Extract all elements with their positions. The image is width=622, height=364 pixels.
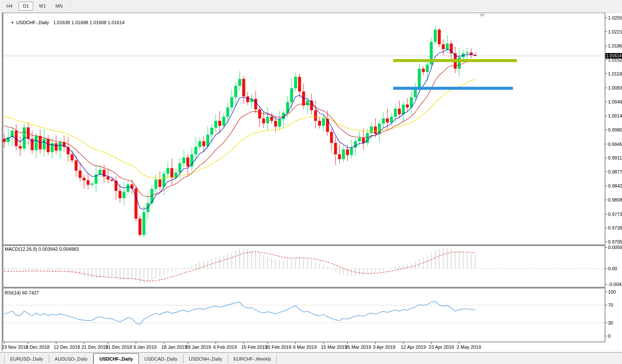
- svg-text:-0.004243: -0.004243: [608, 282, 622, 287]
- horizontal-line-olive[interactable]: [393, 59, 517, 62]
- macd-name: MACD(12,26,9): [5, 246, 37, 252]
- svg-text:3 Apr 2019: 3 Apr 2019: [373, 344, 395, 350]
- tab-usdcnh-daily[interactable]: USDCNH-,Daily: [183, 355, 228, 363]
- svg-text:2 May 2019: 2 May 2019: [457, 344, 481, 350]
- current-price-tag: 1.01614: [605, 53, 622, 59]
- svg-text:1.01860: 1.01860: [608, 43, 622, 48]
- svg-text:100: 100: [608, 289, 616, 294]
- rsi-name: RSI(14): [5, 290, 21, 295]
- svg-text:1.02210: 1.02210: [608, 29, 622, 34]
- svg-text:15 Mar 2019: 15 Mar 2019: [321, 344, 347, 350]
- svg-text:6 Feb 2019: 6 Feb 2019: [213, 344, 237, 350]
- svg-text:21 Dec 2018: 21 Dec 2018: [82, 344, 108, 350]
- timeframe-button-h4[interactable]: H4: [2, 2, 17, 11]
- svg-text:0.97050: 0.97050: [608, 239, 622, 244]
- svg-text:0.99110: 0.99110: [608, 155, 622, 160]
- svg-text:0.99450: 0.99450: [608, 142, 622, 147]
- trading-terminal-window: H4D1W1MN 1.025501.022101.018601.015201.0…: [0, 0, 622, 364]
- timeframe-button-mn[interactable]: MN: [52, 2, 66, 11]
- tab-stub: [0, 355, 5, 363]
- horizontal-line-blue[interactable]: [393, 87, 513, 90]
- tab-usdchf-daily[interactable]: USDCHF-,Daily: [93, 353, 139, 364]
- macd-values: 0.003942 0.004983: [38, 246, 79, 252]
- toolbar-separator: [70, 2, 71, 11]
- svg-text:1.01180: 1.01180: [608, 71, 622, 76]
- svg-text:1.00830: 1.00830: [608, 85, 622, 90]
- svg-text:23 Apr 2019: 23 Apr 2019: [429, 344, 454, 350]
- svg-text:12 Apr 2019: 12 Apr 2019: [401, 344, 426, 350]
- svg-text:30: 30: [608, 320, 613, 325]
- ohlc-values: 1.01639 1.01698 1.01608 1.01614: [53, 20, 124, 25]
- chart-canvas[interactable]: 1.025501.022101.018601.015201.011801.008…: [0, 0, 622, 364]
- svg-text:28 Jan 2019: 28 Jan 2019: [185, 344, 211, 350]
- svg-text:0: 0: [608, 333, 611, 339]
- svg-text:23 Nov 2018: 23 Nov 2018: [2, 344, 28, 350]
- svg-text:0.99800: 0.99800: [608, 127, 622, 132]
- svg-text:3 Dec 2018: 3 Dec 2018: [25, 344, 49, 350]
- rsi-value: 60.7427: [22, 290, 39, 295]
- symbol-dropdown-icon[interactable]: ▼: [11, 21, 14, 25]
- chart-symbol-label: USDCHF-,Daily: [16, 20, 49, 25]
- svg-text:0.00: 0.00: [608, 266, 617, 271]
- svg-text:70: 70: [608, 302, 613, 308]
- svg-text:9 Jan 2019: 9 Jan 2019: [133, 344, 156, 350]
- svg-text:0.00597: 0.00597: [608, 245, 622, 250]
- svg-text:0.98420: 0.98420: [608, 183, 622, 188]
- svg-text:31 Dec 2018: 31 Dec 2018: [105, 344, 132, 350]
- svg-text:18 Jan 2019: 18 Jan 2019: [161, 344, 187, 350]
- svg-text:6 Mar 2019: 6 Mar 2019: [293, 344, 317, 350]
- svg-text:0.98770: 0.98770: [608, 169, 622, 174]
- tab-eurusd-daily[interactable]: EURUSD-,Daily: [5, 355, 49, 363]
- svg-text:0.98080: 0.98080: [608, 197, 622, 202]
- svg-text:25 Feb 2019: 25 Feb 2019: [265, 344, 291, 350]
- tab-usdcad-daily[interactable]: USDCAD-,Daily: [139, 355, 183, 363]
- chart-header: ▼USDCHF-,Daily1.01639 1.01698 1.01608 1.…: [6, 15, 124, 30]
- timeframe-button-w1[interactable]: W1: [35, 2, 50, 11]
- svg-text:0.97390: 0.97390: [608, 225, 622, 230]
- svg-text:0.97730: 0.97730: [608, 212, 622, 217]
- svg-text:15 Feb 2019: 15 Feb 2019: [241, 344, 267, 350]
- svg-text:1.02550: 1.02550: [608, 15, 622, 20]
- svg-text:1.00490: 1.00490: [608, 99, 622, 104]
- tab-audusd-daily[interactable]: AUDUSD-,Daily: [49, 355, 94, 363]
- symbol-tab-bar: EURUSD-,DailyAUDUSD-,DailyUSDCHF-,DailyU…: [0, 352, 622, 364]
- svg-text:12 Dec 2018: 12 Dec 2018: [53, 344, 80, 350]
- rsi-indicator-label: RSI(14) 60.7427: [5, 290, 39, 295]
- macd-indicator-label: MACD(12,26,9) 0.003942 0.004983: [5, 246, 79, 252]
- timeframe-button-d1[interactable]: D1: [19, 2, 33, 11]
- svg-text:25 Mar 2019: 25 Mar 2019: [345, 344, 371, 350]
- tab-eurchf-weekly[interactable]: EURCHF-,Weekly: [228, 355, 277, 363]
- timeframe-toolbar: H4D1W1MN: [0, 0, 622, 13]
- svg-text:1.00140: 1.00140: [608, 113, 622, 118]
